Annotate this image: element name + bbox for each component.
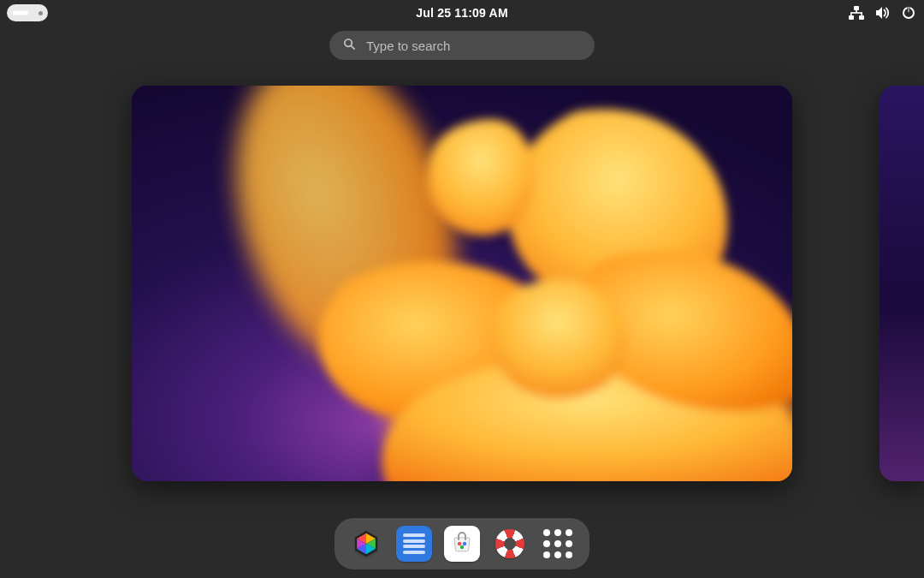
show-applications-button[interactable]	[540, 526, 576, 562]
workspace-thumbnail-next[interactable]	[880, 86, 924, 481]
app-help[interactable]	[492, 526, 528, 562]
svg-point-22	[458, 542, 461, 545]
search-input[interactable]	[364, 38, 581, 54]
app-text-editor[interactable]	[396, 526, 432, 562]
svg-rect-5	[850, 13, 852, 15]
svg-rect-2	[859, 15, 864, 20]
svg-rect-6	[861, 13, 862, 15]
workspace-thumbnail-current[interactable]	[132, 86, 792, 481]
overview-search[interactable]	[329, 31, 595, 60]
search-icon	[343, 38, 356, 54]
svg-rect-4	[850, 12, 862, 14]
svg-rect-8	[908, 7, 909, 13]
dash	[335, 518, 589, 569]
app-software[interactable]	[444, 526, 480, 562]
app-color-profiles[interactable]	[348, 526, 384, 562]
wallpaper-flower	[132, 86, 792, 481]
svg-line-10	[352, 45, 355, 49]
network-wired-icon[interactable]	[849, 6, 864, 20]
power-icon[interactable]	[902, 6, 915, 20]
shopping-bag-icon	[449, 529, 475, 558]
svg-rect-0	[854, 6, 859, 10]
top-bar: Jul 25 11:09 AM	[0, 0, 924, 26]
svg-rect-1	[849, 15, 854, 20]
svg-point-23	[463, 542, 466, 545]
color-hexagon-icon	[352, 529, 381, 558]
volume-icon[interactable]	[875, 6, 891, 20]
workspace-indicator-dot	[38, 11, 43, 15]
workspace-switcher	[0, 86, 924, 488]
activities-button[interactable]	[7, 4, 48, 21]
system-tray[interactable]	[849, 0, 915, 26]
svg-point-24	[460, 545, 464, 549]
app-grid-icon	[543, 529, 572, 558]
life-ring-icon	[491, 525, 529, 563]
clock[interactable]: Jul 25 11:09 AM	[416, 6, 508, 20]
text-editor-icon	[403, 531, 425, 557]
